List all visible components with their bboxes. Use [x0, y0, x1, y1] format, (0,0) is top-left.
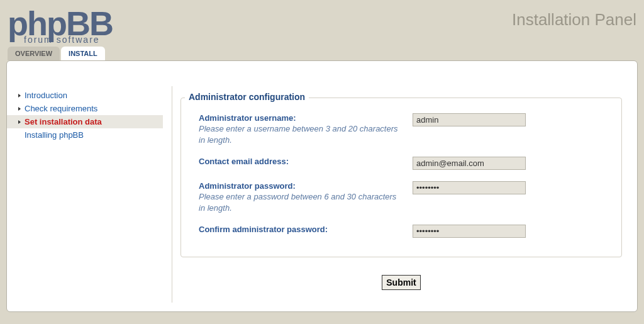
label-admin-username: Administrator username:: [199, 113, 402, 123]
sidebar-item-label: Check requirements: [25, 104, 97, 113]
submit-row: Submit: [180, 275, 622, 290]
logo: phpBB forum software: [8, 6, 113, 44]
sidebar-item-label: Set installation data: [25, 117, 102, 126]
confirm-password-input[interactable]: [413, 225, 526, 238]
sidebar-item-check-requirements[interactable]: Check requirements: [7, 102, 163, 115]
sidebar-item-introduction[interactable]: Introduction: [7, 89, 163, 102]
bullet-icon: [18, 94, 21, 97]
sidebar-item-installing-phpbb[interactable]: Installing phpBB: [7, 128, 163, 142]
admin-password-input[interactable]: [413, 181, 526, 194]
page-title: Installation Panel: [512, 10, 636, 30]
tab-bar: OVERVIEW INSTALL: [8, 47, 644, 60]
form-row-username: Administrator username: Please enter a u…: [199, 113, 604, 145]
bullet-icon: [18, 120, 21, 123]
sidebar-item-label: Installing phpBB: [25, 130, 84, 140]
hint-admin-username: Please enter a username between 3 and 20…: [199, 123, 402, 145]
form-row-password: Administrator password: Please enter a p…: [199, 181, 604, 213]
vertical-divider: [172, 86, 172, 303]
fieldset-legend: Administrator configuration: [185, 92, 309, 102]
admin-config-fieldset: Administrator configuration Administrato…: [180, 98, 622, 257]
form-row-email: Contact email address:: [199, 157, 604, 170]
form-row-confirm-password: Confirm administrator password:: [199, 225, 604, 238]
submit-button[interactable]: Submit: [382, 275, 420, 290]
label-contact-email: Contact email address:: [199, 157, 402, 166]
admin-username-input[interactable]: [413, 113, 526, 126]
main-panel: Introduction Check requirements Set inst…: [6, 60, 638, 312]
sidebar-item-label: Introduction: [25, 91, 67, 100]
tab-overview[interactable]: OVERVIEW: [8, 47, 60, 60]
sidebar-item-set-installation-data[interactable]: Set installation data: [7, 115, 163, 128]
label-confirm-password: Confirm administrator password:: [199, 225, 402, 234]
sidebar: Introduction Check requirements Set inst…: [7, 61, 163, 311]
tab-install[interactable]: INSTALL: [61, 47, 105, 60]
bullet-icon: [18, 107, 21, 110]
label-admin-password: Administrator password:: [199, 181, 402, 191]
header: phpBB forum software Installation Panel: [0, 0, 644, 44]
content-area: Administrator configuration Administrato…: [163, 61, 637, 311]
hint-admin-password: Please enter a password between 6 and 30…: [199, 191, 402, 213]
contact-email-input[interactable]: [413, 157, 526, 170]
logo-sub-text: forum software: [24, 35, 113, 44]
